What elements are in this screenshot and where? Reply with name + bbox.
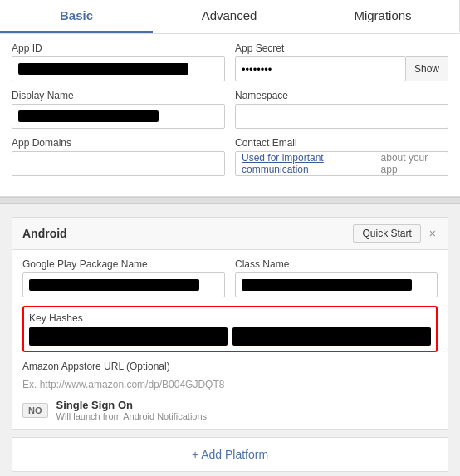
tab-bar: Basic Advanced Migrations (0, 0, 460, 34)
class-name-label: Class Name (235, 258, 438, 270)
app-domains-label: App Domains (12, 137, 225, 149)
tab-basic[interactable]: Basic (0, 0, 153, 33)
android-section: Android Quick Start × Google Play Packag… (12, 217, 448, 430)
display-name-field: Display Name (12, 90, 225, 129)
class-name-field: Class Name (235, 258, 438, 297)
key-hashes-label: Key Hashes (29, 312, 431, 324)
google-play-redacted (29, 279, 199, 291)
app-secret-label: App Secret (235, 42, 448, 54)
key-hashes-input-row (29, 327, 431, 346)
key-hash-1 (29, 327, 228, 346)
contact-placeholder-link: Used for important communication (242, 152, 381, 175)
android-header-actions: Quick Start × (353, 224, 438, 243)
tab-migrations[interactable]: Migrations (306, 0, 460, 33)
app-domains-input[interactable] (12, 151, 225, 176)
app-domains-field: App Domains (12, 137, 225, 176)
display-name-label: Display Name (12, 90, 225, 101)
section-divider (0, 197, 460, 204)
sso-toggle-button[interactable]: NO (22, 403, 48, 418)
quick-start-button[interactable]: Quick Start (353, 224, 420, 243)
google-play-label: Google Play Package Name (22, 258, 225, 270)
amazon-placeholder: Ex. http://www.amazon.com/dp/B004GJDQT8 (22, 375, 438, 392)
sso-subtitle: Will launch from Android Notifications (56, 411, 208, 421)
app-id-field: App ID (12, 42, 225, 81)
google-play-field: Google Play Package Name (22, 258, 225, 297)
domains-email-row: App Domains Contact Email Used for impor… (12, 137, 448, 176)
sso-row: NO Single Sign On Will launch from Andro… (22, 399, 438, 421)
amazon-label: Amazon Appstore URL (Optional) (22, 361, 438, 372)
android-section-header: Android Quick Start × (12, 218, 448, 250)
google-class-row: Google Play Package Name Class Name (22, 258, 438, 297)
key-hashes-section: Key Hashes (22, 306, 438, 352)
android-section-wrapper: Android Quick Start × Google Play Packag… (0, 204, 460, 476)
add-platform-section: + Add Platform (12, 437, 448, 472)
basic-fields-section: App ID App Secret Show Display Name (0, 34, 460, 197)
app-id-redacted (18, 63, 188, 75)
namespace-input[interactable] (235, 104, 448, 129)
add-platform-button[interactable]: + Add Platform (192, 448, 268, 461)
android-title: Android (22, 227, 67, 240)
app-id-label: App ID (12, 42, 225, 54)
amazon-url-section: Amazon Appstore URL (Optional) Ex. http:… (22, 361, 438, 392)
namespace-label: Namespace (235, 90, 448, 101)
contact-email-field: Contact Email Used for important communi… (235, 137, 448, 176)
display-name-redacted (18, 110, 159, 122)
contact-placeholder-suffix: about your app (381, 152, 442, 175)
app-secret-field: App Secret Show (235, 42, 448, 81)
display-namespace-row: Display Name Namespace (12, 90, 448, 129)
key-hash-2 (232, 327, 431, 346)
app-settings-page: Basic Advanced Migrations App ID App Sec… (0, 0, 460, 476)
tab-advanced[interactable]: Advanced (153, 0, 306, 33)
close-android-button[interactable]: × (428, 227, 438, 240)
contact-email-label: Contact Email (235, 137, 448, 149)
class-name-redacted (242, 279, 412, 291)
show-secret-button[interactable]: Show (406, 56, 448, 81)
sso-title: Single Sign On (56, 399, 208, 411)
app-id-secret-row: App ID App Secret Show (12, 42, 448, 81)
android-section-body: Google Play Package Name Class Name (12, 250, 448, 429)
sso-text: Single Sign On Will launch from Android … (56, 399, 208, 421)
app-secret-input[interactable] (235, 56, 406, 81)
namespace-field: Namespace (235, 90, 448, 129)
contact-email-placeholder: Used for important communication about y… (235, 151, 448, 176)
